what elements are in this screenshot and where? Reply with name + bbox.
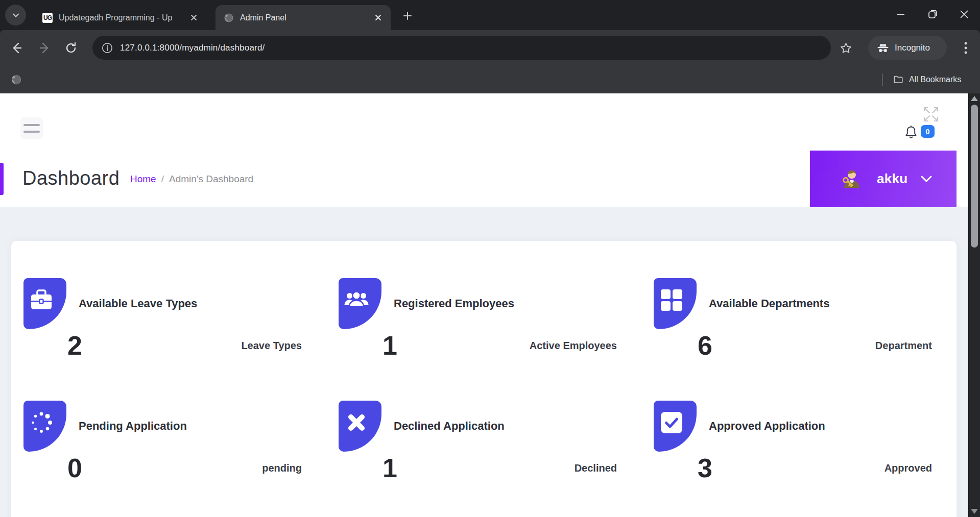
url-text: 127.0.0.1:8000/myadmin/dashboard/	[120, 43, 265, 53]
bookmarks-separator	[882, 73, 883, 86]
bookmark-globe-icon[interactable]	[11, 74, 22, 85]
card-icon-tile	[23, 278, 66, 329]
cards-grid: Available Leave Types 2 Leave Types Regi…	[11, 241, 957, 517]
scrollbar-up-arrow[interactable]	[971, 96, 978, 101]
notification-count-badge: 0	[921, 125, 935, 138]
app-navbar: 0	[0, 93, 968, 151]
card-icon-tile	[654, 401, 697, 452]
restore-button[interactable]	[917, 0, 948, 28]
incognito-badge: Incognito	[868, 36, 947, 60]
notifications-button[interactable]: 0	[904, 125, 935, 140]
card-sublabel: Declined	[575, 462, 617, 474]
card-title: Available Departments	[709, 297, 829, 310]
check-square-icon	[659, 411, 684, 434]
back-button[interactable]	[9, 40, 25, 56]
card-title: Registered Employees	[394, 297, 514, 310]
card-sublabel: Leave Types	[241, 340, 302, 352]
tab-close-icon[interactable]	[188, 12, 199, 23]
site-info-icon[interactable]	[102, 42, 113, 54]
tab-title: Admin Panel	[240, 13, 372, 22]
briefcase-icon	[29, 288, 54, 312]
close-window-button[interactable]	[948, 0, 980, 28]
stat-card: Approved Application 3 Approved	[641, 401, 957, 483]
bookmarks-bar: All Bookmarks	[0, 66, 980, 93]
globe-favicon	[224, 13, 234, 23]
user-avatar	[840, 167, 864, 191]
browser-toolbar: 127.0.0.1:8000/myadmin/dashboard/ Incogn…	[0, 30, 980, 66]
sidebar-toggle-button[interactable]	[20, 117, 43, 139]
hamburger-icon	[23, 131, 40, 133]
spinner-icon	[29, 411, 54, 434]
tab-admin-panel[interactable]: Admin Panel	[216, 5, 391, 30]
stat-card: Available Leave Types 2 Leave Types	[11, 278, 326, 360]
reload-button[interactable]	[63, 40, 79, 56]
card-sublabel: Approved	[885, 462, 932, 474]
content-area: Available Leave Types 2 Leave Types Regi…	[0, 207, 968, 517]
card-sublabel: pending	[262, 462, 302, 474]
card-value: 1	[383, 331, 397, 360]
dashboard-page: 0 Dashboard Home / Admin's Dashboard	[0, 93, 968, 517]
card-value: 1	[383, 454, 397, 483]
users-icon	[344, 288, 369, 312]
card-value: 0	[67, 454, 82, 483]
tab-search-button[interactable]	[5, 5, 26, 26]
bell-icon	[904, 125, 918, 140]
updategadh-favicon: UG	[42, 13, 53, 23]
card-title: Available Leave Types	[79, 297, 197, 310]
kebab-menu-icon	[964, 41, 967, 55]
folder-icon	[893, 74, 904, 85]
card-value: 6	[698, 331, 712, 360]
cards-panel: Available Leave Types 2 Leave Types Regi…	[11, 241, 957, 517]
bookmark-star-icon[interactable]	[838, 40, 854, 56]
expand-arrows-icon	[921, 104, 941, 125]
card-title: Approved Application	[709, 420, 825, 433]
card-icon-tile	[339, 401, 381, 452]
accent-bar	[0, 163, 4, 195]
page-scrollbar[interactable]	[968, 93, 980, 517]
tab-close-icon[interactable]	[372, 12, 384, 23]
all-bookmarks-button[interactable]: All Bookmarks	[893, 72, 961, 87]
breadcrumb-home-link[interactable]: Home	[130, 174, 156, 185]
page-title: Dashboard	[22, 167, 119, 189]
grid-icon	[659, 288, 684, 312]
new-tab-button[interactable]	[398, 7, 417, 25]
stat-card: Pending Application 0 pending	[11, 401, 326, 483]
x-icon	[344, 411, 369, 434]
address-bar[interactable]: 127.0.0.1:8000/myadmin/dashboard/	[92, 36, 831, 60]
stat-card: Declined Application 1 Declined	[326, 401, 641, 483]
card-icon-tile	[654, 278, 697, 329]
tab-updategadh[interactable]: UG Updategadh Programming - Up	[34, 5, 206, 30]
user-name: akku	[877, 171, 907, 187]
card-title: Declined Application	[394, 420, 505, 433]
minimize-button[interactable]	[885, 0, 917, 28]
breadcrumb-separator: /	[161, 174, 164, 185]
plus-icon	[402, 11, 413, 21]
forward-button[interactable]	[37, 40, 52, 56]
card-sublabel: Active Employees	[530, 340, 617, 352]
scrollbar-down-arrow[interactable]	[971, 509, 978, 514]
all-bookmarks-label: All Bookmarks	[909, 75, 961, 84]
incognito-label: Incognito	[895, 43, 930, 53]
browser-window: UG Updategadh Programming - Up Admin Pan…	[0, 0, 980, 517]
incognito-icon	[876, 42, 890, 54]
browser-menu-button[interactable]	[958, 40, 973, 56]
card-value: 3	[698, 454, 712, 483]
card-icon-tile	[339, 278, 381, 329]
hamburger-icon	[23, 124, 40, 126]
tab-strip: UG Updategadh Programming - Up Admin Pan…	[0, 0, 980, 30]
card-title: Pending Application	[79, 420, 187, 433]
stat-card: Registered Employees 1 Active Employees	[326, 278, 641, 360]
breadcrumb-current: Admin's Dashboard	[169, 174, 253, 185]
user-dropdown[interactable]: akku	[810, 151, 957, 207]
scrollbar-thumb[interactable]	[971, 105, 978, 248]
page-header: Dashboard Home / Admin's Dashboard	[0, 151, 968, 207]
card-icon-tile	[23, 401, 66, 452]
fullscreen-toggle-button[interactable]	[920, 104, 942, 125]
card-sublabel: Department	[875, 340, 932, 352]
card-value: 2	[67, 331, 82, 360]
breadcrumb: Home / Admin's Dashboard	[130, 174, 253, 185]
chevron-down-icon	[920, 175, 933, 184]
stat-card: Available Departments 6 Department	[641, 278, 957, 360]
tab-title: Updategadh Programming - Up	[59, 13, 188, 22]
window-controls	[885, 0, 980, 28]
